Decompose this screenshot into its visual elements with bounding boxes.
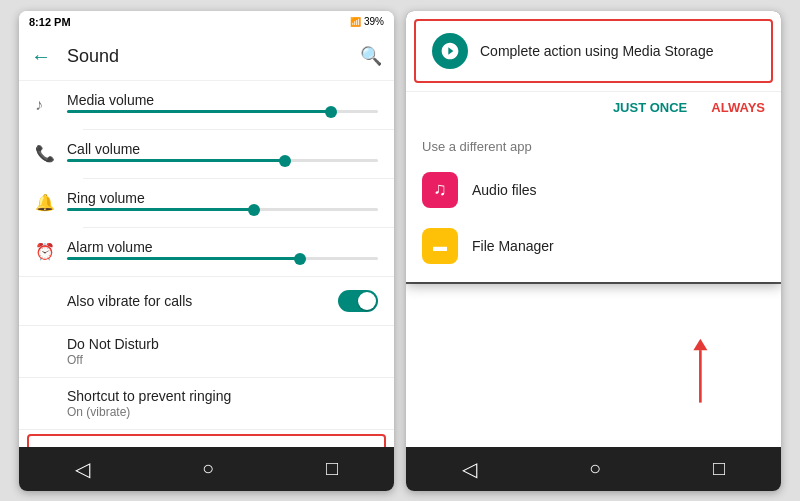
- setting-phone-ringtone[interactable]: Phone ringtone Ring1: [27, 434, 386, 447]
- ringtone-label: Phone ringtone: [77, 446, 368, 447]
- nav-bar-left: ◁ ○ □: [19, 447, 394, 491]
- phone-icon: 📞: [35, 144, 67, 163]
- bell-icon: 🔔: [35, 193, 67, 212]
- status-bar-left: 8:12 PM 📶 39%: [19, 11, 394, 33]
- music-icon: ♪: [35, 96, 67, 114]
- time-left: 8:12 PM: [29, 16, 71, 28]
- nav-back-left[interactable]: ◁: [75, 457, 90, 481]
- alarm-volume-label: Alarm volume: [67, 239, 378, 255]
- battery-text-left: 39%: [364, 16, 384, 27]
- nav-home-right[interactable]: ○: [589, 457, 601, 480]
- just-once-button[interactable]: JUST ONCE: [613, 100, 687, 115]
- file-manager-item[interactable]: ▬ File Manager: [406, 218, 781, 274]
- ring-volume-slider[interactable]: [67, 206, 378, 215]
- shortcut-label: Shortcut to prevent ringing: [67, 388, 378, 404]
- ring-volume-label: Ring volume: [67, 190, 378, 206]
- nav-home-left[interactable]: ○: [202, 457, 214, 480]
- search-icon-left[interactable]: 🔍: [360, 45, 382, 67]
- settings-list-left: ♪ Media volume 📞 Call volume: [19, 81, 394, 447]
- dialog-title: Complete action using Media Storage: [480, 43, 713, 59]
- dnd-label: Do Not Disturb: [67, 336, 378, 352]
- audio-files-label: Audio files: [472, 182, 537, 198]
- app-bar-left: ← Sound 🔍: [19, 33, 394, 81]
- left-phone: 8:12 PM 📶 39% ← Sound 🔍 ♪ Media volume: [19, 11, 394, 491]
- call-volume-slider[interactable]: [67, 157, 378, 166]
- setting-do-not-disturb[interactable]: Do Not Disturb Off: [19, 326, 394, 377]
- nav-back-right[interactable]: ◁: [462, 457, 477, 481]
- status-icons-left: 📶 39%: [350, 16, 384, 27]
- alarm-volume-slider[interactable]: [67, 255, 378, 264]
- audio-files-icon: ♫: [422, 172, 458, 208]
- use-different-section: Use a different app ♫ Audio files ▬ File…: [406, 123, 781, 282]
- divider-7: [19, 429, 394, 430]
- setting-call-volume[interactable]: 📞 Call volume: [19, 130, 394, 178]
- file-manager-icon: ▬: [422, 228, 458, 264]
- app-title-left: Sound: [67, 46, 344, 67]
- setting-ring-volume[interactable]: 🔔 Ring volume: [19, 179, 394, 227]
- nav-bar-right: ◁ ○ □: [406, 447, 781, 491]
- audio-files-item[interactable]: ♫ Audio files: [406, 162, 781, 218]
- setting-shortcut-ringing[interactable]: Shortcut to prevent ringing On (vibrate): [19, 378, 394, 429]
- dialog-item[interactable]: Complete action using Media Storage: [414, 19, 773, 83]
- setting-vibrate-calls[interactable]: Also vibrate for calls: [19, 277, 394, 325]
- shortcut-sublabel: On (vibrate): [67, 405, 378, 419]
- file-manager-label: File Manager: [472, 238, 554, 254]
- call-volume-label: Call volume: [67, 141, 378, 157]
- dialog-box: Complete action using Media Storage JUST…: [406, 11, 781, 282]
- setting-media-volume[interactable]: ♪ Media volume: [19, 81, 394, 129]
- nav-recents-right[interactable]: □: [713, 457, 725, 480]
- dialog-actions: JUST ONCE ALWAYS: [406, 91, 781, 123]
- right-phone: 8:09 PM 📶 39% ← Sound 🔍 🔔 Ring volume: [406, 11, 781, 491]
- alarm-icon: ⏰: [35, 242, 67, 261]
- red-arrow-indicator: [671, 337, 721, 411]
- vibrate-label: Also vibrate for calls: [67, 293, 338, 309]
- setting-alarm-volume[interactable]: ⏰ Alarm volume: [19, 228, 394, 276]
- media-volume-slider[interactable]: [67, 108, 378, 117]
- use-different-label: Use a different app: [406, 131, 781, 162]
- media-storage-icon: [432, 33, 468, 69]
- sim-icon: 📶: [350, 17, 361, 27]
- vibrate-toggle[interactable]: [338, 290, 378, 312]
- always-button[interactable]: ALWAYS: [711, 100, 765, 115]
- back-button-left[interactable]: ←: [31, 45, 51, 68]
- nav-recents-left[interactable]: □: [326, 457, 338, 480]
- svg-marker-1: [693, 338, 707, 349]
- dnd-sublabel: Off: [67, 353, 378, 367]
